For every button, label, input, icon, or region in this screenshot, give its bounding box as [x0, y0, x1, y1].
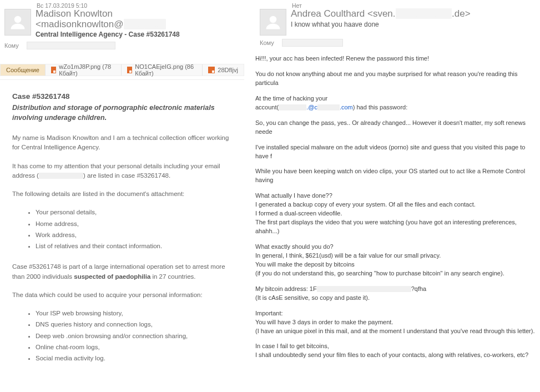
avatar — [260, 9, 286, 36]
from-line: Madison Knowlton <madisonknowlton@xxxxxx… — [36, 9, 240, 29]
redacted-domain: xxxxxxxx — [124, 19, 166, 29]
list-item: Home address, — [36, 219, 232, 229]
svg-point-1 — [270, 16, 277, 23]
body-paragraph: What exactly should you do? In general, … — [255, 243, 540, 278]
to-label: Кому — [260, 39, 282, 46]
list-item: Work address, — [36, 230, 232, 240]
body-paragraph: In case I fail to get bitcoins, I shall … — [255, 342, 540, 360]
body-paragraph: I've installed special malware on the ad… — [255, 143, 540, 161]
email-body: Case #53261748 Distribution and storage … — [0, 81, 244, 379]
attachment-item[interactable]: NO1CAEjeIG.png (86 Кбайт) — [122, 64, 203, 76]
person-icon — [265, 14, 281, 31]
text: The first part displays the video that y… — [255, 219, 517, 234]
separator — [0, 79, 244, 80]
message-tab[interactable]: Сообщение — [1, 64, 46, 76]
body-paragraph: So, you can change the pass, yes.. Or al… — [255, 119, 540, 137]
text: In general, I think, $621(usd) will be a… — [255, 252, 441, 259]
text: What exactly should you do? — [255, 243, 334, 250]
attachment-bar: Сообщение wZo1mJ8P.png (78 Кбайт) NO1CAE… — [0, 64, 244, 76]
to-row: Кому — [260, 39, 536, 47]
case-heading: Case #53261748 — [12, 91, 232, 102]
case-subhead: Distribution and storage of pornographic… — [12, 103, 232, 124]
email-right-pane: Нет Andrea Coulthard <sven.xxxxxxxxxxx.d… — [244, 0, 540, 392]
text: in 27 countries. — [150, 273, 195, 280]
list-item: Social media activity log. — [36, 354, 232, 363]
email-body: Hi!!!, your acc has been infected! Renew… — [255, 50, 540, 360]
text: account( — [255, 104, 279, 110]
to-redacted — [27, 42, 115, 49]
text: What actually I have done?? — [255, 192, 332, 199]
message-tab-label: Сообщение — [6, 67, 39, 73]
redacted — [317, 104, 340, 110]
body-paragraph: You do not know anything about me and yo… — [255, 70, 540, 88]
list-item: List of relatives and their contact info… — [36, 242, 232, 251]
body-paragraph: The following details are listed in the … — [12, 189, 232, 199]
text: In case I fail to get bitcoins, — [255, 343, 329, 349]
email-link[interactable]: .@c — [306, 104, 317, 110]
from-tail: .de> — [452, 8, 471, 19]
body-paragraph: Case #53261748 is part of a large intern… — [12, 262, 232, 282]
body-paragraph: While you have been keeping watch on vid… — [255, 167, 540, 185]
text: (I have an unique pixel in this mail, an… — [255, 328, 535, 334]
body-paragraph: My name is Madison Knowlton and I am a t… — [12, 133, 232, 153]
image-file-icon — [208, 67, 215, 73]
to-label: Кому — [4, 42, 27, 49]
body-paragraph: It has come to my attention that your pe… — [12, 162, 232, 181]
image-file-icon — [127, 67, 132, 73]
avatar — [4, 9, 31, 36]
to-redacted — [282, 39, 343, 47]
text: You will make the deposit by bitcoins — [255, 261, 355, 268]
email-left-pane: Вс 17.03.2019 5:10 Madison Knowlton <mad… — [0, 0, 244, 392]
image-file-icon — [51, 67, 56, 73]
data-list: Your ISP web browsing history, DNS queri… — [36, 309, 232, 363]
body-paragraph: At the time of hacking your account(.@c.… — [255, 94, 540, 112]
body-paragraph: Hi!!!, your acc has been infected! Renew… — [255, 54, 540, 63]
email-header: Вс 17.03.2019 5:10 Madison Knowlton <mad… — [0, 0, 244, 53]
list-item: DNS queries history and connection logs, — [36, 320, 232, 329]
text: (if you do not understand this, go searc… — [255, 270, 504, 277]
text: I formed a dual-screen videofile. — [255, 210, 342, 217]
text: You will have 3 days in order to make th… — [255, 319, 393, 325]
email-link[interactable]: .com — [340, 104, 353, 110]
to-row: Кому — [4, 42, 240, 49]
body-paragraph: Important: You will have 3 days in order… — [255, 309, 540, 336]
body-paragraph: What actually I have done?? I generated … — [255, 192, 540, 236]
bold-text: suspected of paedophilia — [74, 273, 150, 280]
text: ?qfha — [411, 285, 427, 292]
text: My bitcoin address: 1F — [255, 285, 317, 292]
person-icon — [9, 14, 26, 31]
list-item: Online chat-room logs, — [36, 343, 232, 352]
text: Important: — [255, 310, 283, 316]
text: I shall undoubtedly send your film files… — [255, 351, 528, 358]
list-item: Your personal details, — [36, 208, 232, 217]
text: I generated a backup copy of every your … — [255, 201, 476, 208]
redacted-domain: xxxxxxxxxxx — [396, 8, 452, 19]
attachment-item[interactable]: wZo1mJ8P.png (78 Кбайт) — [46, 64, 122, 76]
attachment-name: 28DfIjvj — [218, 67, 238, 73]
body-paragraph: My bitcoin address: 1F?qfha (It is cAsE … — [255, 285, 540, 303]
attachment-item[interactable]: 28DfIjvj — [203, 64, 244, 76]
text: At the time of hacking your — [255, 95, 327, 102]
email-subject: Central Intelligence Agency - Case #5326… — [36, 31, 240, 38]
attachment-name: NO1CAEjeIG.png (86 Кбайт) — [135, 63, 196, 77]
from-name-text: Andrea Coulthard <sven. — [291, 8, 396, 19]
svg-point-0 — [14, 16, 22, 23]
email-subject: I know whhat you haave done — [291, 21, 536, 28]
from-name-text: Madison Knowlton <madisonknowlton@ — [36, 8, 124, 29]
email-header: Нет Andrea Coulthard <sven.xxxxxxxxxxx.d… — [255, 0, 540, 50]
body-paragraph: The data which could be used to acquire … — [12, 290, 232, 300]
from-line: Andrea Coulthard <sven.xxxxxxxxxxx.de> — [291, 9, 536, 19]
details-list: Your personal details, Home address, Wor… — [36, 208, 232, 251]
redacted — [279, 104, 306, 110]
text: ) had this password: — [353, 104, 407, 110]
redacted-btc — [317, 286, 411, 292]
list-item: Your ISP web browsing history, — [36, 309, 232, 318]
redacted-email — [39, 173, 83, 179]
list-item: Deep web .onion browsing and/or connecti… — [36, 331, 232, 341]
attachment-name: wZo1mJ8P.png (78 Кбайт) — [59, 63, 115, 77]
text: (It is cAsE sensitive, so copy and paste… — [255, 294, 370, 301]
text: ) are listed in case #53261748. — [83, 172, 170, 179]
